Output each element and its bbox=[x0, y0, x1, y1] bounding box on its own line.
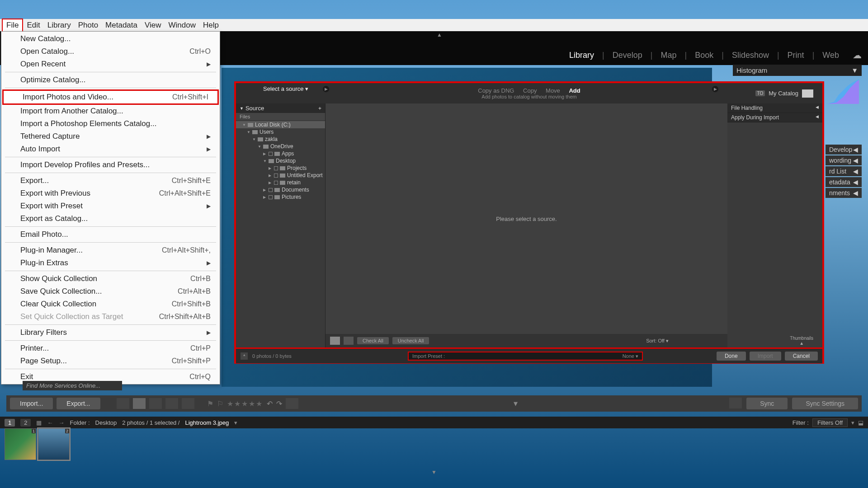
rotate-ccw-icon[interactable]: ↶ bbox=[267, 399, 273, 408]
menu-help[interactable]: Help bbox=[199, 19, 222, 31]
rotate-cw-icon[interactable]: ↷ bbox=[276, 399, 282, 408]
tree-node-retain[interactable]: ▶retain bbox=[236, 179, 325, 186]
flag-reject-icon[interactable]: ⚐ bbox=[217, 399, 223, 408]
comments-section[interactable]: nments◀ bbox=[826, 188, 862, 198]
collapse-panel-icon[interactable]: ▴ bbox=[241, 352, 248, 360]
menu-item-export-with-previous[interactable]: Export with PreviousCtrl+Alt+Shift+E bbox=[1, 187, 220, 200]
menu-library[interactable]: Library bbox=[44, 19, 75, 31]
tab-web[interactable]: Web bbox=[822, 51, 839, 60]
tree-node-users[interactable]: ▼Users bbox=[236, 128, 325, 136]
tab-library[interactable]: Library bbox=[569, 51, 594, 60]
filter-dropdown[interactable]: Filters Off bbox=[812, 418, 848, 427]
cloud-sync-icon[interactable]: ☁ bbox=[853, 50, 862, 61]
rating-stars[interactable]: ★★★★★ bbox=[227, 399, 263, 408]
people-view-button[interactable] bbox=[182, 398, 194, 409]
sort-value[interactable]: Off bbox=[658, 338, 664, 343]
keywording-section[interactable]: wording◀ bbox=[826, 155, 862, 165]
toolbar-dropdown-icon[interactable]: ▾ bbox=[514, 399, 518, 408]
menu-item-library-filters[interactable]: Library Filters▶ bbox=[1, 326, 220, 339]
menu-item-clear-quick-collection[interactable]: Clear Quick CollectionCtrl+Shift+B bbox=[1, 298, 220, 310]
quick-develop-section[interactable]: Develop◀ bbox=[826, 145, 862, 155]
slideshow-icon[interactable] bbox=[286, 398, 298, 409]
collapse-bottom-icon[interactable]: ▼ bbox=[431, 469, 437, 475]
monitor-2[interactable]: 2 bbox=[20, 419, 31, 427]
menu-item-export-with-preset[interactable]: Export with Preset▶ bbox=[1, 200, 220, 212]
tree-node-documents[interactable]: ▶Documents bbox=[236, 186, 325, 193]
menu-edit[interactable]: Edit bbox=[23, 19, 43, 31]
menu-item-import-photos-and-video[interactable]: Import Photos and Video...Ctrl+Shift+I bbox=[2, 89, 219, 105]
menu-window[interactable]: Window bbox=[165, 19, 199, 31]
filter-switch-icon[interactable]: ⬓ bbox=[858, 419, 863, 426]
thumbnail-slider[interactable]: ▲ bbox=[790, 341, 813, 346]
tree-node-untitled-export[interactable]: ▶Untitled Export bbox=[236, 172, 325, 179]
export-button-main[interactable]: Export... bbox=[57, 398, 100, 409]
loupe-view-button[interactable] bbox=[133, 398, 146, 409]
import-preset-bar[interactable]: Import Preset : None ▾ bbox=[408, 352, 643, 361]
loupe-view-icon[interactable] bbox=[344, 337, 354, 345]
forward-icon[interactable]: → bbox=[58, 419, 64, 426]
metadata-section[interactable]: etadata◀ bbox=[826, 177, 862, 187]
menu-item-open-catalog[interactable]: Open Catalog...Ctrl+O bbox=[1, 45, 220, 58]
apply-during-import-section[interactable]: Apply During Import◀ bbox=[727, 113, 822, 122]
thumbnail-2[interactable]: 2 bbox=[38, 428, 70, 460]
compare-view-button[interactable] bbox=[149, 398, 162, 409]
menu-item-printer[interactable]: Printer...Ctrl+P bbox=[1, 342, 220, 355]
tree-node-desktop[interactable]: ▼Desktop bbox=[236, 157, 325, 164]
collapse-top-icon[interactable]: ▲ bbox=[437, 32, 442, 38]
back-icon[interactable]: ← bbox=[47, 419, 53, 426]
menu-item-email-photo[interactable]: Email Photo... bbox=[1, 228, 220, 241]
cancel-button[interactable]: Cancel bbox=[785, 352, 818, 361]
tree-node-onedrive[interactable]: ▼OneDrive bbox=[236, 143, 325, 150]
sync-toggle-icon[interactable] bbox=[729, 398, 742, 408]
monitor-1[interactable]: 1 bbox=[5, 419, 15, 427]
tree-node-zakla[interactable]: ▼zakla bbox=[236, 136, 325, 143]
menu-item-plug-in-manager[interactable]: Plug-in Manager...Ctrl+Alt+Shift+, bbox=[1, 244, 220, 257]
tab-develop[interactable]: Develop bbox=[613, 51, 642, 60]
menu-item-import-develop-profiles-and-presets[interactable]: Import Develop Profiles and Presets... bbox=[1, 159, 220, 171]
folder-value[interactable]: Desktop bbox=[95, 419, 117, 426]
mode-copy-dng[interactable]: Copy as DNG bbox=[478, 87, 514, 94]
checkbox-icon[interactable] bbox=[274, 174, 278, 178]
done-button[interactable]: Done bbox=[717, 352, 746, 361]
menu-item-import-a-photoshop-elements-catalog[interactable]: Import a Photoshop Elements Catalog... bbox=[1, 117, 220, 130]
mode-copy[interactable]: Copy bbox=[523, 87, 537, 94]
checkbox-icon[interactable] bbox=[269, 188, 273, 192]
import-button[interactable]: Import bbox=[750, 352, 781, 361]
menu-item-plug-in-extras[interactable]: Plug-in Extras▶ bbox=[1, 257, 220, 269]
source-add-icon[interactable]: + bbox=[318, 105, 321, 112]
menu-item-show-quick-collection[interactable]: Show Quick CollectionCtrl+B bbox=[1, 272, 220, 285]
checkbox-icon[interactable] bbox=[269, 152, 273, 156]
survey-view-button[interactable] bbox=[165, 398, 178, 409]
menu-item-import-from-another-catalog[interactable]: Import from Another Catalog... bbox=[1, 105, 220, 117]
sync-settings-button[interactable]: Sync Settings bbox=[792, 398, 858, 409]
check-all-button[interactable]: Check All bbox=[357, 337, 389, 344]
histogram-header[interactable]: Histogram ▼ bbox=[733, 65, 862, 76]
file-handling-section[interactable]: File Handling◀ bbox=[727, 103, 822, 113]
grid-view-icon[interactable] bbox=[330, 337, 340, 345]
menu-item-page-setup[interactable]: Page Setup...Ctrl+Shift+P bbox=[1, 355, 220, 367]
menu-item-tethered-capture[interactable]: Tethered Capture▶ bbox=[1, 130, 220, 143]
menu-item-optimize-catalog[interactable]: Optimize Catalog... bbox=[1, 74, 220, 86]
flag-pick-icon[interactable]: ⚑ bbox=[207, 399, 213, 408]
menu-item-open-recent[interactable]: Open Recent▶ bbox=[1, 58, 220, 70]
checkbox-icon[interactable] bbox=[274, 181, 278, 185]
tab-book[interactable]: Book bbox=[695, 51, 713, 60]
source-panel-header[interactable]: ▼ Source + bbox=[236, 103, 325, 113]
keyword-list-section[interactable]: rd List◀ bbox=[826, 166, 862, 176]
mode-add[interactable]: Add bbox=[569, 87, 580, 94]
tab-print[interactable]: Print bbox=[788, 51, 804, 60]
menu-item-auto-import[interactable]: Auto Import▶ bbox=[1, 143, 220, 155]
menu-item-export-as-catalog[interactable]: Export as Catalog... bbox=[1, 212, 220, 225]
current-photo[interactable]: Lightroom 3.jpeg bbox=[185, 419, 229, 426]
import-button-main[interactable]: Import... bbox=[10, 398, 53, 409]
tree-node-apps[interactable]: ▶Apps bbox=[236, 150, 325, 157]
checkbox-icon[interactable] bbox=[274, 166, 278, 170]
sync-button[interactable]: Sync bbox=[746, 398, 788, 409]
menu-file[interactable]: File bbox=[2, 19, 23, 32]
menu-item-save-quick-collection[interactable]: Save Quick Collection...Ctrl+Alt+B bbox=[1, 285, 220, 298]
grid-icon[interactable]: ▦ bbox=[36, 419, 42, 426]
select-source-button[interactable]: Select a source ▾ bbox=[263, 85, 308, 92]
filter-lock-icon[interactable]: ▾ bbox=[851, 419, 854, 426]
tab-map[interactable]: Map bbox=[660, 51, 676, 60]
tree-node-projects[interactable]: ▶Projects bbox=[236, 164, 325, 172]
